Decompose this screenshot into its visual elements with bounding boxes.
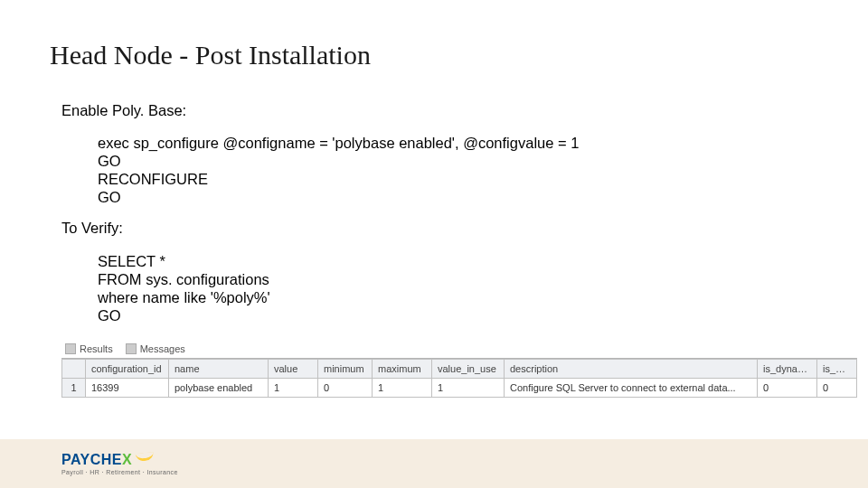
- table-row[interactable]: 1 16399 polybase enabled 1 0 1 1 Configu…: [62, 379, 857, 398]
- results-pane: Results Messages configuration_id nam: [61, 342, 857, 398]
- col-value-in-use: value_in_use: [432, 360, 505, 379]
- tab-results-label: Results: [80, 343, 113, 354]
- footer-band: PAYCHEX Payroll · HR · Retirement · Insu…: [0, 439, 868, 488]
- tab-messages-label: Messages: [140, 343, 185, 354]
- col-maximum: maximum: [373, 360, 432, 379]
- results-tabstrip: Results Messages: [61, 342, 857, 356]
- brand-name-main: PAYCHE: [61, 452, 122, 467]
- col-description: description: [505, 360, 758, 379]
- cell-configuration-id: 16399: [86, 379, 169, 398]
- col-minimum: minimum: [318, 360, 373, 379]
- col-rownum: [62, 360, 86, 379]
- message-icon: [126, 343, 137, 354]
- label-enable-polybase: Enable Poly. Base:: [61, 102, 186, 119]
- grid-icon: [65, 343, 76, 354]
- brand-tagline: Payroll · HR · Retirement · Insurance: [61, 469, 178, 475]
- col-is-dynamic: is_dynamic: [758, 360, 817, 379]
- brand-swoosh-icon: [136, 452, 155, 462]
- cell-name: polybase enabled: [169, 379, 269, 398]
- tab-messages[interactable]: Messages: [126, 343, 185, 354]
- tab-results[interactable]: Results: [65, 343, 113, 354]
- table-header-row: configuration_id name value minimum maxi…: [62, 360, 857, 379]
- cell-minimum: 0: [318, 379, 373, 398]
- cell-description: Configure SQL Server to connect to exter…: [505, 379, 758, 398]
- col-value: value: [269, 360, 318, 379]
- cell-is-dynamic: 0: [758, 379, 817, 398]
- cell-is-advanced: 0: [817, 379, 857, 398]
- brand-name-x: X: [122, 452, 132, 467]
- col-configuration-id: configuration_id: [86, 360, 169, 379]
- brand-name: PAYCHEX: [61, 453, 132, 467]
- col-is-advanced: is_advanced: [817, 360, 857, 379]
- code-enable-polybase: exec sp_configure @configname = 'polybas…: [98, 134, 579, 207]
- cell-maximum: 1: [373, 379, 432, 398]
- label-verify: To Verify:: [61, 220, 123, 237]
- cell-rownum: 1: [62, 379, 86, 398]
- results-table: configuration_id name value minimum maxi…: [61, 359, 857, 398]
- code-verify-query: SELECT * FROM sys. configurations where …: [98, 252, 270, 325]
- cell-value: 1: [269, 379, 318, 398]
- brand-logo: PAYCHEX Payroll · HR · Retirement · Insu…: [61, 453, 178, 475]
- col-name: name: [169, 360, 269, 379]
- cell-value-in-use: 1: [432, 379, 505, 398]
- slide-title: Head Node - Post Installation: [50, 40, 371, 70]
